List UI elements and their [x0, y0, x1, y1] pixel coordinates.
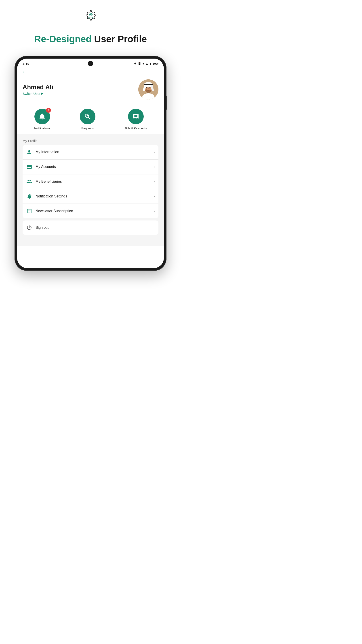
people-icon — [26, 178, 32, 185]
avatar — [138, 80, 158, 100]
menu-item-my-accounts[interactable]: My Accounts › — [22, 160, 158, 174]
switch-user-label: Switch User — [22, 92, 40, 96]
switch-user-arrow-icon: ▶ — [41, 92, 43, 95]
newsletter-label: Newsletter Subscription — [35, 209, 73, 213]
power-icon — [26, 224, 32, 231]
person-icon — [26, 149, 32, 155]
menu-item-left: Notification Settings — [26, 193, 67, 200]
my-profile-section: My Profile My Information — [17, 134, 164, 246]
signout-item[interactable]: Sign out — [22, 220, 158, 235]
avatar-image — [138, 80, 158, 100]
chevron-icon-2: › — [154, 180, 155, 184]
requests-label: Requests — [81, 126, 94, 130]
signout-section: Sign out — [22, 220, 158, 235]
chevron-icon-1: › — [154, 165, 155, 169]
chevron-icon-0: › — [154, 150, 155, 154]
notifications-circle: 2 — [34, 109, 50, 124]
phone-inner-screen: 3:19 ✱ 📳 ▾ ▲ ▮ 59% ← — [17, 58, 164, 268]
phone-mockup: 3:19 ✱ 📳 ▾ ▲ ▮ 59% ← — [14, 56, 166, 271]
back-button[interactable]: ← — [22, 69, 26, 75]
bills-label: Bills & Payments — [125, 126, 147, 130]
my-information-label: My Information — [35, 150, 59, 154]
title-black-part: User Profile — [92, 34, 147, 44]
status-time: 3:19 — [22, 62, 29, 66]
page-title: Re-Designed User Profile — [34, 34, 147, 45]
notification-settings-label: Notification Settings — [35, 194, 67, 198]
bills-action[interactable]: Bills & Payments — [125, 109, 147, 130]
menu-item-newsletter[interactable]: Newsletter Subscription › — [22, 204, 158, 218]
notifications-label: Notifications — [34, 126, 50, 130]
status-icons: ✱ 📳 ▾ ▲ ▮ 59% — [134, 62, 158, 65]
chevron-icon-3: › — [154, 194, 155, 198]
profile-name: Ahmed Ali — [22, 84, 53, 91]
menu-item-my-beneficiaries[interactable]: My Beneficiaries › — [22, 174, 158, 189]
card-icon — [26, 164, 32, 170]
signal-icon: ▲ — [145, 62, 148, 65]
title-green-part: Re-Designed — [34, 34, 92, 44]
newsletter-icon — [26, 208, 32, 214]
vibrate-icon: 📳 — [138, 62, 141, 65]
requests-circle — [80, 109, 95, 124]
receipt-icon — [132, 113, 139, 120]
chevron-icon-4: › — [154, 209, 155, 213]
menu-item-left: Newsletter Subscription — [26, 208, 73, 214]
battery-percent: 59% — [153, 62, 158, 65]
bell-settings-icon — [26, 193, 32, 200]
page-header: Re-Designed User Profile — [34, 9, 147, 45]
bluetooth-icon: ✱ — [134, 62, 136, 65]
battery-icon: ▮ — [150, 62, 151, 65]
my-accounts-label: My Accounts — [35, 165, 56, 169]
side-button — [166, 96, 167, 110]
menu-item-left: My Beneficiaries — [26, 178, 62, 185]
switch-user-button[interactable]: Switch User ▶ — [22, 92, 53, 96]
menu-card: My Information › — [22, 145, 158, 218]
menu-item-notification-settings[interactable]: Notification Settings › — [22, 189, 158, 204]
signout-card: Sign out — [22, 220, 158, 235]
screen-content: ← Ahmed Ali Switch User ▶ — [17, 67, 164, 268]
my-beneficiaries-label: My Beneficiaries — [35, 180, 62, 184]
search-check-icon — [84, 113, 91, 120]
back-button-row: ← — [17, 67, 164, 77]
requests-action[interactable]: Requests — [80, 109, 95, 130]
svg-point-8 — [149, 88, 151, 88]
menu-item-my-information[interactable]: My Information › — [22, 145, 158, 160]
profile-name-section: Ahmed Ali Switch User ▶ — [22, 84, 53, 96]
svg-rect-6 — [144, 84, 153, 85]
bell-icon — [39, 113, 46, 120]
notifications-action[interactable]: 2 Notifications — [34, 109, 50, 130]
profile-header: Ahmed Ali Switch User ▶ — [17, 77, 164, 103]
bills-circle — [128, 109, 144, 124]
section-title: My Profile — [22, 139, 158, 143]
camera-notch — [88, 61, 93, 66]
svg-point-7 — [146, 88, 147, 88]
phone-outer-frame: 3:19 ✱ 📳 ▾ ▲ ▮ 59% ← — [14, 56, 166, 271]
gear-person-icon — [80, 9, 100, 29]
signout-label: Sign out — [35, 226, 49, 230]
svg-point-1 — [90, 14, 91, 15]
wifi-icon: ▾ — [143, 62, 144, 65]
notification-badge: 2 — [46, 108, 51, 113]
quick-actions: 2 Notifications Requests — [17, 103, 164, 134]
menu-item-left: My Accounts — [26, 164, 56, 170]
menu-item-left: My Information — [26, 149, 59, 155]
